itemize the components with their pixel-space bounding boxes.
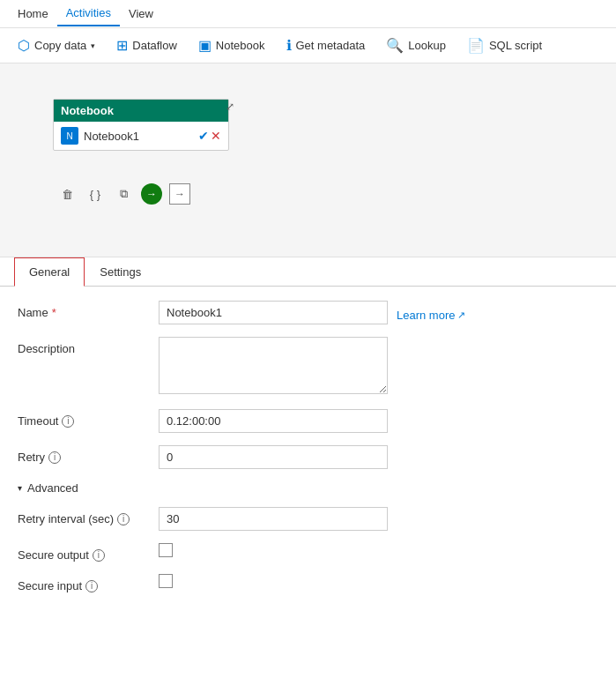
- sql-script-icon: 📄: [467, 37, 485, 54]
- secure-output-label: Secure output i: [18, 543, 159, 562]
- copy-data-label: Copy data: [34, 39, 86, 52]
- retry-input-wrap: [159, 445, 598, 469]
- secure-input-checkbox-wrap: [159, 574, 598, 588]
- dataflow-icon: ⊞: [116, 37, 128, 54]
- learn-more-link[interactable]: Learn more ↗: [397, 303, 465, 322]
- delete-button[interactable]: 🗑: [56, 183, 78, 205]
- timeout-info-icon[interactable]: i: [62, 415, 74, 428]
- retry-interval-info-icon[interactable]: i: [117, 513, 130, 525]
- secure-output-info-icon[interactable]: i: [93, 549, 105, 562]
- get-metadata-label: Get metadata: [296, 39, 366, 52]
- notebook-node[interactable]: Notebook N Notebook1 ✔ ✕: [53, 99, 229, 151]
- copy-data-button[interactable]: ⬡ Copy data ▾: [9, 34, 104, 57]
- menu-bar: Home Activities View: [0, 0, 616, 28]
- retry-interval-input[interactable]: [159, 507, 388, 531]
- description-label: Description: [18, 337, 159, 355]
- notebook-node-header: Notebook: [54, 100, 228, 122]
- description-input-wrap: [159, 337, 598, 397]
- notebook-node-item: N Notebook1: [61, 127, 139, 145]
- get-metadata-icon: ℹ: [286, 37, 292, 54]
- notebook-node-icon: N: [61, 127, 78, 145]
- name-row: Name * Learn more ↗: [18, 301, 598, 324]
- tabs: General Settings: [0, 257, 616, 287]
- name-label: Name *: [18, 301, 159, 319]
- notebook-node-item-label: Notebook1: [84, 130, 139, 143]
- retry-label: Retry i: [18, 445, 159, 464]
- copy-data-icon: ⬡: [18, 37, 30, 54]
- dataflow-label: Dataflow: [132, 39, 177, 52]
- tab-settings[interactable]: Settings: [85, 257, 156, 287]
- retry-interval-row: Retry interval (sec) i: [18, 507, 598, 531]
- bottom-panel: General Settings Name * Learn more ↗ Des…: [0, 257, 616, 619]
- toolbar: ⬡ Copy data ▾ ⊞ Dataflow ▣ Notebook ℹ Ge…: [0, 28, 616, 63]
- timeout-input-wrap: [159, 409, 598, 433]
- name-input[interactable]: [159, 301, 388, 324]
- dataflow-button[interactable]: ⊞ Dataflow: [108, 34, 186, 57]
- secure-output-checkbox-wrap: [159, 543, 598, 557]
- secure-input-info-icon[interactable]: i: [85, 580, 98, 592]
- form-body: Name * Learn more ↗ Description: [0, 287, 616, 619]
- lookup-button[interactable]: 🔍 Lookup: [377, 34, 455, 57]
- lookup-icon: 🔍: [386, 37, 404, 54]
- expand-icon[interactable]: ⤢: [226, 101, 234, 113]
- retry-info-icon[interactable]: i: [48, 451, 61, 464]
- chevron-down-icon: ▾: [18, 483, 22, 493]
- description-row: Description: [18, 337, 598, 397]
- sql-script-label: SQL script: [489, 39, 542, 52]
- x-icon[interactable]: ✕: [211, 129, 221, 143]
- tab-general[interactable]: General: [14, 257, 85, 287]
- description-input[interactable]: [159, 337, 388, 394]
- secure-output-checkbox[interactable]: [159, 543, 173, 557]
- sql-script-button[interactable]: 📄 SQL script: [458, 34, 551, 57]
- notebook-label: Notebook: [216, 39, 265, 52]
- menu-home[interactable]: Home: [9, 2, 57, 26]
- code-button[interactable]: { }: [85, 183, 106, 205]
- notebook-toolbar-icon: ▣: [198, 37, 212, 54]
- lookup-label: Lookup: [408, 39, 446, 52]
- check-icon[interactable]: ✔: [198, 129, 209, 143]
- notebook-node-body: N Notebook1 ✔ ✕: [54, 122, 228, 150]
- name-input-wrap: Learn more ↗: [159, 301, 598, 324]
- node-toolbar: 🗑 { } ⧉ → →: [53, 180, 194, 208]
- output-arrow-button[interactable]: →: [169, 183, 190, 205]
- notebook-button[interactable]: ▣ Notebook: [189, 34, 274, 57]
- timeout-row: Timeout i: [18, 409, 598, 433]
- notebook-node-title: Notebook: [61, 104, 114, 117]
- canvas-area[interactable]: Notebook N Notebook1 ✔ ✕ ⤢ 🗑 { } ⧉ → →: [0, 63, 616, 257]
- advanced-toggle[interactable]: ▾ Advanced: [18, 481, 598, 495]
- success-arrow-button[interactable]: →: [141, 183, 162, 205]
- node-actions: ✔ ✕: [198, 129, 221, 143]
- retry-interval-input-wrap: [159, 507, 598, 531]
- retry-input[interactable]: [159, 445, 388, 469]
- retry-row: Retry i: [18, 445, 598, 469]
- get-metadata-button[interactable]: ℹ Get metadata: [278, 34, 375, 57]
- menu-view[interactable]: View: [120, 2, 162, 26]
- name-required: *: [52, 306, 56, 319]
- secure-input-row: Secure input i: [18, 574, 598, 592]
- secure-output-row: Secure output i: [18, 543, 598, 562]
- copy-data-dropdown-icon: ▾: [91, 41, 95, 50]
- advanced-label: Advanced: [27, 481, 78, 495]
- timeout-input[interactable]: [159, 409, 388, 433]
- menu-activities[interactable]: Activities: [57, 1, 120, 26]
- external-link-icon: ↗: [457, 309, 465, 321]
- copy-button[interactable]: ⧉: [113, 183, 134, 205]
- retry-interval-label: Retry interval (sec) i: [18, 507, 159, 525]
- secure-input-checkbox[interactable]: [159, 574, 173, 588]
- secure-input-label: Secure input i: [18, 574, 159, 592]
- learn-more-text: Learn more: [397, 309, 455, 322]
- timeout-label: Timeout i: [18, 409, 159, 428]
